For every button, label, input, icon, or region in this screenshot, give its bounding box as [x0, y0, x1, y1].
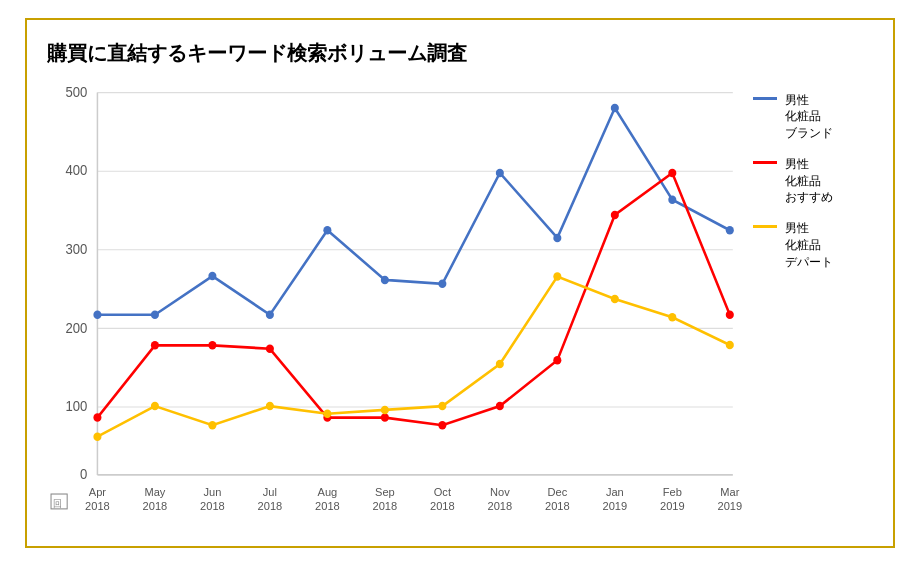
svg-text:2018: 2018 — [545, 499, 570, 511]
svg-text:0: 0 — [80, 466, 87, 481]
brand-dot — [150, 310, 158, 318]
legend-line-brand — [753, 97, 777, 100]
depart-dot — [553, 272, 561, 280]
svg-text:Mar: Mar — [720, 485, 739, 497]
osusume-line — [97, 172, 729, 424]
osusume-dot — [208, 341, 216, 349]
svg-text:2018: 2018 — [85, 499, 110, 511]
svg-text:2018: 2018 — [315, 499, 340, 511]
svg-text:2018: 2018 — [257, 499, 282, 511]
svg-text:Jul: Jul — [262, 485, 276, 497]
osusume-dot — [610, 210, 618, 218]
svg-text:May: May — [144, 485, 165, 497]
legend-label-brand: 男性化粧品ブランド — [785, 92, 833, 142]
chart-main: 500 400 300 200 100 0 Apr 2018 May 2018 … — [47, 82, 753, 528]
brand-dot — [610, 103, 618, 111]
svg-text:2018: 2018 — [200, 499, 225, 511]
depart-dot — [668, 313, 676, 321]
depart-dot — [208, 420, 216, 428]
osusume-dot — [668, 168, 676, 176]
chart-svg-area: 500 400 300 200 100 0 Apr 2018 May 2018 … — [47, 82, 753, 528]
svg-text:2019: 2019 — [659, 499, 684, 511]
chart-legend: 男性化粧品ブランド 男性化粧品おすすめ 男性化粧品デパート — [753, 82, 873, 528]
depart-dot — [323, 409, 331, 417]
osusume-dot — [150, 341, 158, 349]
legend-label-osusume: 男性化粧品おすすめ — [785, 156, 833, 206]
legend-item-brand: 男性化粧品ブランド — [753, 92, 873, 142]
brand-dot — [323, 225, 331, 233]
svg-text:2018: 2018 — [142, 499, 167, 511]
legend-item-depart: 男性化粧品デパート — [753, 220, 873, 270]
svg-text:Aug: Aug — [317, 485, 337, 497]
osusume-dot — [380, 413, 388, 421]
svg-text:200: 200 — [65, 320, 87, 335]
brand-dot — [668, 195, 676, 203]
depart-dot — [610, 294, 618, 302]
svg-text:Jan: Jan — [605, 485, 623, 497]
chart-container: 購買に直結するキーワード検索ボリューム調査 — [25, 18, 895, 548]
legend-item-osusume: 男性化粧品おすすめ — [753, 156, 873, 206]
legend-line-osusume — [753, 161, 777, 164]
brand-dot — [553, 233, 561, 241]
brand-dot — [725, 225, 733, 233]
depart-dot — [725, 340, 733, 348]
svg-text:Jun: Jun — [203, 485, 221, 497]
brand-dot — [495, 168, 503, 176]
svg-text:500: 500 — [65, 84, 87, 99]
svg-text:400: 400 — [65, 163, 87, 178]
svg-text:Apr: Apr — [88, 485, 105, 497]
svg-text:300: 300 — [65, 241, 87, 256]
osusume-dot — [93, 413, 101, 421]
depart-dot — [495, 359, 503, 367]
svg-text:100: 100 — [65, 398, 87, 413]
svg-text:2018: 2018 — [372, 499, 397, 511]
svg-text:Feb: Feb — [662, 485, 681, 497]
chart-area: 500 400 300 200 100 0 Apr 2018 May 2018 … — [47, 82, 873, 528]
depart-dot — [265, 401, 273, 409]
osusume-dot — [438, 420, 446, 428]
brand-dot — [208, 271, 216, 279]
chart-svg: 500 400 300 200 100 0 Apr 2018 May 2018 … — [47, 82, 753, 528]
svg-text:Dec: Dec — [547, 485, 567, 497]
svg-text:2019: 2019 — [717, 499, 742, 511]
osusume-dot — [265, 344, 273, 352]
brand-dot — [265, 310, 273, 318]
brand-dot — [93, 310, 101, 318]
osusume-dot — [725, 310, 733, 318]
legend-line-depart — [753, 225, 777, 228]
svg-text:2019: 2019 — [602, 499, 627, 511]
depart-dot — [380, 405, 388, 413]
svg-text:Sep: Sep — [375, 485, 395, 497]
svg-text:Oct: Oct — [433, 485, 451, 497]
svg-text:2018: 2018 — [487, 499, 512, 511]
legend-label-depart: 男性化粧品デパート — [785, 220, 833, 270]
brand-dot — [380, 275, 388, 283]
chart-title: 購買に直結するキーワード検索ボリューム調査 — [47, 40, 873, 67]
osusume-dot — [495, 401, 503, 409]
depart-line — [97, 276, 729, 436]
brand-line — [97, 107, 729, 314]
depart-dot — [150, 401, 158, 409]
depart-dot — [93, 432, 101, 440]
svg-text:2018: 2018 — [430, 499, 455, 511]
svg-text:Nov: Nov — [489, 485, 509, 497]
depart-dot — [438, 401, 446, 409]
brand-dot — [438, 279, 446, 287]
svg-text:回: 回 — [53, 498, 62, 508]
osusume-dot — [553, 355, 561, 363]
